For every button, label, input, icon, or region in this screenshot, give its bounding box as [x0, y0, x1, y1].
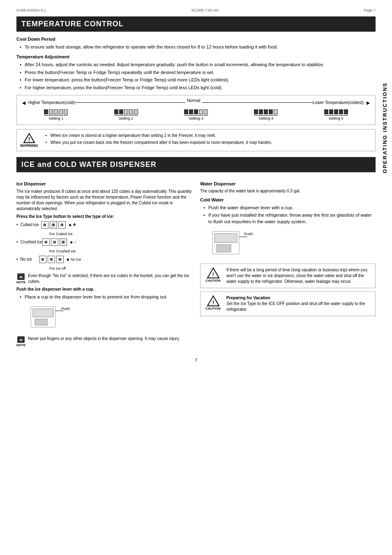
svg-rect-11	[214, 234, 237, 243]
ice-icon-crush3: ▦	[60, 238, 67, 246]
caution-text-1: If there will be a long period of time (…	[226, 267, 372, 284]
setting-line	[114, 115, 138, 116]
press-heading: Press the Ice Type button to select the …	[16, 214, 192, 219]
led	[254, 109, 258, 114]
ice-icon-crush1: ▦	[42, 238, 50, 246]
ice-title: ICE and COLD WATER DISPENSER	[21, 160, 371, 169]
led	[339, 109, 343, 114]
right-arrow-icon: ►	[365, 99, 371, 106]
led	[119, 109, 123, 114]
temp-bullet-3: For lower temperature, press the button(…	[20, 77, 376, 83]
push-label-right: Push	[244, 232, 253, 236]
setting-4-label: Setting 4	[254, 116, 278, 120]
preparing-heading: Preparing for Vacation	[226, 296, 270, 300]
warning-triangle-icon: !	[23, 133, 35, 143]
warning-icon-group: ! WARNING	[20, 133, 38, 148]
setting-3: Setting 3	[184, 109, 208, 120]
ice-dispenser-heading: Ice Dispenser	[16, 181, 192, 186]
warning-box: ! WARNING When ice cream is stored at a …	[16, 129, 376, 151]
svg-rect-5	[33, 309, 53, 317]
crush-arrow-icon: ●	[70, 239, 73, 245]
ice-section-header: ICE and COLD WATER DISPENSER	[16, 157, 376, 172]
led	[204, 109, 208, 114]
note-text-2: Never put fingers or any other objects i…	[28, 336, 180, 342]
led	[334, 109, 338, 114]
led-row-3	[184, 109, 208, 114]
push-diagram-right: Push	[208, 229, 249, 257]
water-dispenser-heading: Water Dispenser	[200, 181, 376, 186]
led	[344, 109, 348, 114]
left-arrow-icon: ◄	[21, 99, 27, 106]
ice-left-column: Ice Dispenser The ice maker produces 8 c…	[16, 177, 192, 349]
temperature-section-header: TEMPERATURE CONTROL	[16, 16, 376, 32]
temp-bullet-1: After 24 hours, adjust the controls as n…	[20, 62, 376, 68]
no-ice-label: No ice	[21, 257, 39, 261]
push-label-left: Push	[61, 307, 70, 311]
note-icon-2: ➡	[17, 336, 25, 343]
bullet: •	[16, 222, 18, 227]
caution-icon-group-2: ! CAUTION	[204, 295, 222, 310]
bullet: •	[16, 257, 18, 261]
setting-line	[44, 115, 68, 116]
caution-text-2: Set the Ice Type to the ICE OFF position…	[226, 301, 365, 312]
temperature-diagram: ◄ Higher Temperature(cold) Normal Lower …	[16, 95, 376, 125]
cubed-ice-label: Cubed ice	[21, 222, 42, 227]
led	[129, 109, 133, 114]
crush-icon: ☄	[74, 240, 78, 244]
note-label-2: NOTE	[16, 343, 25, 347]
no-ice-row: • No ice ▦ ▦ ▦ ● No ice	[16, 256, 192, 263]
ice-icon-none2: ▦	[48, 256, 55, 263]
svg-rect-12	[217, 245, 231, 252]
page: DA68-01592A-0.1 8/13/06 7:05 AM Page 7 O…	[0, 0, 392, 555]
push-list: Place a cup to the dispenser lever line …	[16, 294, 192, 300]
crushed-ice-label: Crushed ice	[21, 240, 42, 244]
no-ice-text: No ice	[71, 257, 81, 261]
cubed-arrow-icon: ●	[69, 222, 71, 228]
led-row-2	[114, 109, 138, 114]
cubed-ice-sub: For Cubed ice	[49, 232, 192, 236]
center-line: Normal	[75, 102, 313, 103]
crushed-ice-sub: For Crushed ice	[49, 249, 192, 253]
led	[324, 109, 328, 114]
caution-box-1: ! CAUTION If there will be a long period…	[200, 264, 376, 288]
temperature-title: TEMPERATURE CONTROL	[21, 20, 371, 28]
warning-list: When ice cream is stored at a higher tem…	[42, 133, 272, 146]
temp-adjust-heading: Temperature Adjustment	[16, 54, 376, 59]
push-heading: Push the ice dispenser lever with a cup.	[16, 287, 192, 291]
warning-label: WARNING	[20, 143, 38, 148]
temp-adjust-section: Temperature Adjustment After 24 hours, a…	[16, 54, 376, 91]
note-icon: ➡	[17, 273, 25, 280]
setting-3-label: Setting 3	[184, 116, 208, 120]
settings-row: Setting 1 Setting 2	[21, 109, 371, 120]
note-icon-group: ➡ NOTE	[16, 273, 25, 284]
lower-temp-label: Lower Temperature(coldest)	[313, 100, 364, 105]
page-meta: DA68-01592A-0.1 8/13/06 7:05 AM Page 7	[16, 8, 376, 12]
higher-temp-label: Higher Temperature(cold)	[28, 100, 75, 105]
ice-icon-none3: ▦	[56, 256, 64, 263]
note-box-2: ➡ NOTE Never put fingers or any other ob…	[16, 336, 192, 347]
led-row-5	[324, 109, 348, 114]
setting-line	[184, 115, 208, 116]
setting-line	[254, 115, 278, 116]
normal-label: Normal	[185, 98, 202, 103]
led	[124, 109, 128, 114]
doc-date: 8/13/06 7:05 AM	[191, 8, 219, 12]
setting-line	[324, 115, 348, 116]
led	[49, 109, 53, 114]
led	[199, 109, 203, 114]
sidebar-label: OPERATING INSTRUCTIONS	[382, 82, 388, 173]
ice-columns: Ice Dispenser The ice maker produces 8 c…	[16, 177, 376, 349]
setting-5-label: Setting 5	[324, 116, 348, 120]
ice-right-column: Water Dispenser The capacity of the wate…	[200, 177, 376, 349]
warning-text: When ice cream is stored at a higher tem…	[42, 133, 272, 147]
doc-code: DA68-01592A-0.1	[16, 8, 46, 12]
cold-water-list: Push the water dispenser lever with a cu…	[200, 205, 376, 225]
caution-triangle-icon-1: !	[207, 267, 220, 279]
push-illustration-right	[208, 229, 249, 256]
ice-icon-none1: ▦	[39, 256, 46, 263]
caution-content-2: Preparing for Vacation Set the Ice Type …	[226, 295, 372, 312]
setting-2: Setting 2	[114, 109, 138, 120]
no-ice-sub: For ice off	[49, 266, 192, 271]
push-diagram-left: Push	[29, 305, 66, 330]
temp-adjust-list: After 24 hours, adjust the controls as n…	[16, 62, 376, 91]
